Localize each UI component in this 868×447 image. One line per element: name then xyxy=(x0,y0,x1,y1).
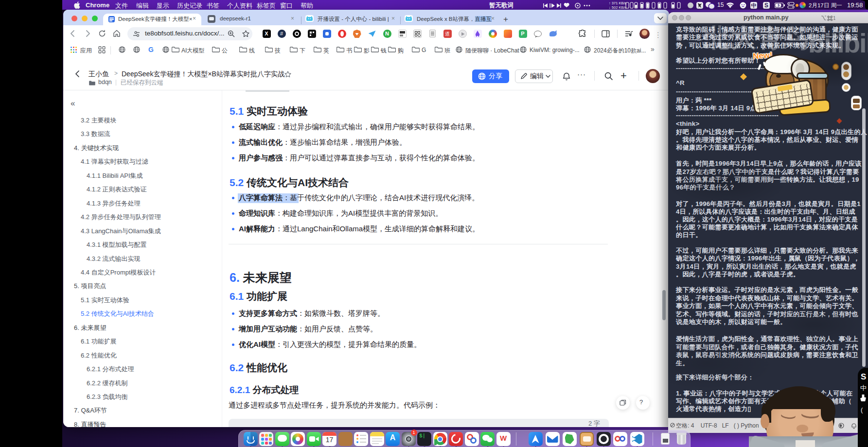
svg-text:1: 1 xyxy=(833,16,835,21)
